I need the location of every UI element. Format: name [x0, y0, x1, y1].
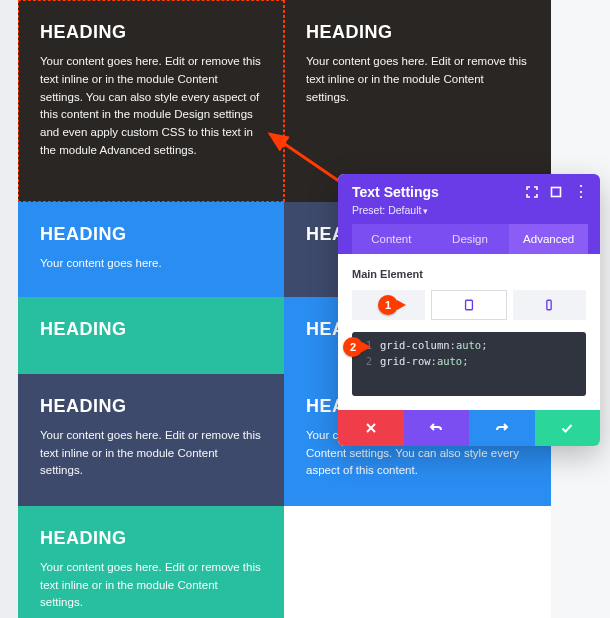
tab-content[interactable]: Content	[352, 224, 431, 254]
snap-icon[interactable]	[549, 185, 563, 199]
tab-advanced[interactable]: Advanced	[509, 224, 588, 254]
chevron-down-icon: ▾	[423, 206, 428, 216]
undo-button[interactable]	[404, 410, 470, 446]
text-module[interactable]: HEADING Your content goes here. Edit or …	[18, 0, 284, 202]
text-module[interactable]: HEADING Your content goes here. Edit or …	[18, 374, 284, 506]
device-phone[interactable]	[513, 290, 586, 320]
redo-button[interactable]	[469, 410, 535, 446]
save-button[interactable]	[535, 410, 601, 446]
more-icon[interactable]: ⋮	[573, 187, 588, 197]
module-body: Your content goes here. Edit or remove t…	[306, 53, 529, 106]
panel-footer	[338, 410, 600, 446]
panel-header[interactable]: Text Settings ⋮ Preset: Default▾ Content…	[338, 174, 600, 254]
panel-tabs: Content Design Advanced	[352, 224, 588, 254]
custom-css-input[interactable]: 1grid-column: auto; 2grid-row: auto;	[352, 332, 586, 396]
module-body: Your content goes here. Edit or remove t…	[40, 559, 262, 612]
module-body: Your content goes here. Edit or remove t…	[40, 427, 262, 480]
text-module[interactable]: HEADING Your content goes here.	[18, 202, 284, 297]
module-heading: HEADING	[306, 22, 529, 43]
text-module[interactable]: HEADING Your content goes here. Edit or …	[284, 0, 551, 202]
text-settings-panel: Text Settings ⋮ Preset: Default▾ Content…	[338, 174, 600, 446]
module-body: Your content goes here.	[40, 255, 262, 273]
module-heading: HEADING	[40, 319, 262, 340]
panel-title: Text Settings	[352, 184, 439, 200]
text-module[interactable]: HEADING	[18, 297, 284, 374]
module-body: Your content goes here. Edit or remove t…	[40, 53, 262, 160]
module-heading: HEADING	[40, 528, 262, 549]
annotation-badge-1: 1	[378, 295, 398, 315]
module-heading: HEADING	[40, 224, 262, 245]
module-heading: HEADING	[40, 396, 262, 417]
preset-label[interactable]: Preset: Default▾	[352, 204, 588, 224]
svg-rect-4	[547, 300, 551, 309]
svg-rect-3	[466, 300, 473, 309]
module-heading: HEADING	[40, 22, 262, 43]
tab-design[interactable]: Design	[431, 224, 510, 254]
svg-rect-1	[552, 188, 561, 197]
cancel-button[interactable]	[338, 410, 404, 446]
text-module[interactable]: HEADING Your content goes here. Edit or …	[18, 506, 284, 618]
annotation-badge-2: 2	[343, 337, 363, 357]
device-tablet[interactable]	[431, 290, 506, 320]
expand-icon[interactable]	[525, 185, 539, 199]
section-label: Main Element	[352, 268, 586, 280]
